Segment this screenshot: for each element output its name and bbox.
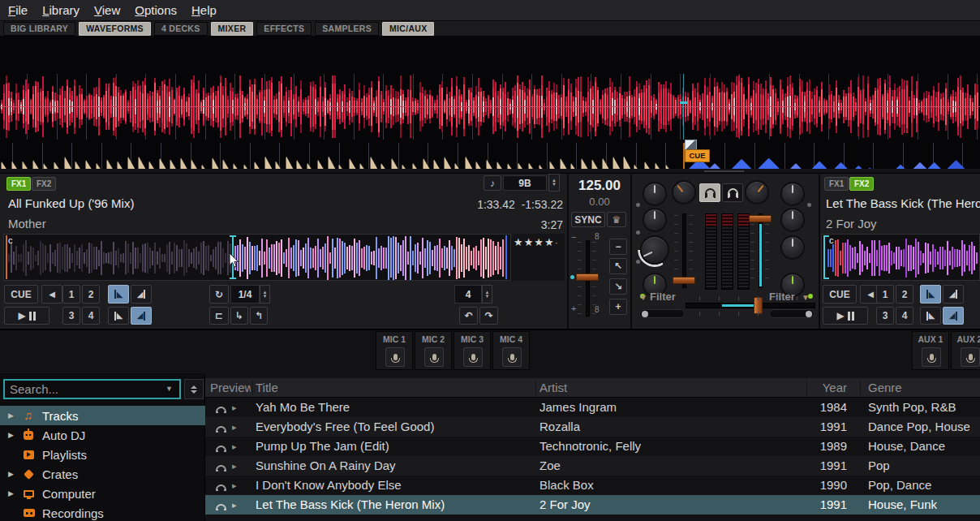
deck1-cue-button[interactable]: CUE (4, 285, 38, 304)
rate-temp-down-button[interactable]: − (609, 239, 627, 255)
rate-perm-down-button[interactable]: ↖ (609, 258, 627, 274)
deck1-loop-toggle[interactable]: ↻ (209, 285, 229, 304)
table-row-selected[interactable]: ▸ Let The Bass Kick (The Heron Mix) 2 Fo… (205, 495, 980, 515)
menu-options[interactable]: Options (135, 3, 177, 17)
filter-dropdown-icon[interactable]: ▼ (639, 293, 647, 302)
column-year[interactable]: Year (810, 378, 847, 398)
expand-arrow-icon[interactable]: ▶ (8, 470, 14, 478)
sidebar-item-tracks[interactable]: ▶ ♫ Tracks (0, 406, 205, 425)
deck1-overview-waveform[interactable]: c (3, 234, 511, 281)
menu-view[interactable]: View (94, 3, 120, 17)
deck2-overview-waveform[interactable]: c (821, 234, 980, 281)
deck2-headphone-cue-button[interactable] (722, 183, 743, 202)
mic2-talk-button[interactable] (424, 347, 444, 367)
preview-play-icon[interactable]: ▸ (232, 495, 237, 515)
deck1-loop-in-button[interactable]: ⊏ (209, 307, 229, 325)
preview-headphone-icon[interactable] (216, 480, 226, 491)
column-separator[interactable] (252, 381, 253, 395)
toggle-micaux[interactable]: MIC/AUX (382, 22, 434, 36)
toggle-effects[interactable]: EFFECTS (256, 22, 312, 36)
splitter-handle[interactable] (704, 170, 744, 172)
table-row[interactable]: ▸ Everybody's Free (To Feel Good) Rozall… (205, 417, 980, 437)
deck1-intro-end-button[interactable]: ◢ (131, 285, 152, 304)
rate-temp-up-button[interactable]: + (609, 299, 627, 315)
deck2-hotcue-4[interactable]: 4 (896, 307, 913, 325)
sidebar-item-autodj[interactable]: ▶ Auto DJ (0, 425, 205, 445)
menu-library[interactable]: Library (42, 3, 80, 17)
preview-play-icon[interactable]: ▸ (232, 437, 237, 456)
preview-headphone-icon[interactable] (216, 441, 226, 452)
table-row-partial[interactable] (205, 515, 980, 521)
deck1-beatjump-forward-button[interactable]: ↷ (479, 307, 498, 325)
deck1-volume-handle[interactable] (673, 277, 695, 284)
preview-play-icon[interactable]: ▸ (232, 476, 237, 495)
deck1-outro-end-button[interactable]: ◢ (131, 307, 152, 325)
deck2-hotcue-3[interactable]: 3 (876, 307, 894, 325)
filter-dropdown-icon[interactable]: ▼ (802, 293, 810, 302)
pitch-fader-handle[interactable] (576, 273, 599, 281)
preview-play-icon[interactable]: ▸ (232, 456, 237, 476)
toggle-mixer[interactable]: MIXER (211, 22, 254, 36)
deck1-play-button[interactable]: ▶ (4, 307, 49, 325)
deck1-scrolling-waveform[interactable] (0, 74, 980, 140)
column-genre[interactable]: Genre (868, 378, 978, 398)
column-preview[interactable]: Preview (210, 378, 251, 398)
preview-headphone-icon[interactable] (216, 421, 226, 433)
deck1-quickfx-label[interactable]: Filter (650, 291, 676, 303)
table-row[interactable]: ▸ I Don't Know Anybody Else Black Box 19… (205, 476, 980, 495)
column-separator[interactable] (535, 381, 536, 395)
sync-button[interactable]: SYNC (571, 212, 605, 227)
deck1-eq-high-knob[interactable] (643, 208, 667, 232)
deck2-intro-start-button[interactable]: ◣ (920, 285, 941, 304)
deck1-loop-size[interactable]: 1/4 (230, 285, 260, 304)
deck2-hotcue-1[interactable]: 1 (876, 285, 894, 304)
sidebar-item-playlists[interactable]: Playlists (0, 445, 205, 464)
deck2-cue-button[interactable]: CUE (823, 285, 857, 304)
toggle-waveforms[interactable]: WAVEFORMS (79, 22, 151, 36)
deck2-hotcue-2[interactable]: 2 (896, 285, 913, 304)
rating-stars[interactable]: ★★★★· (514, 236, 559, 248)
table-row[interactable]: ▸ Pump Up The Jam (Edit) Technotronic, F… (205, 437, 980, 456)
aux1-play-button[interactable] (922, 347, 941, 367)
deck1-hotcue-4[interactable]: 4 (82, 307, 100, 325)
rate-perm-up-button[interactable]: ↘ (609, 278, 627, 295)
preview-headphone-icon[interactable] (216, 460, 226, 471)
spin-down-icon[interactable]: ▼ (552, 183, 557, 187)
sidebar-item-recordings[interactable]: Recordings (0, 503, 205, 521)
menu-file[interactable]: File (8, 3, 28, 17)
deck2-outro-end-button[interactable]: ◢ (943, 307, 964, 325)
deck2-eq-high-knob[interactable] (780, 208, 805, 232)
deck2-volume-handle[interactable] (749, 215, 772, 222)
deck1-reloop-button[interactable]: ↰ (250, 307, 268, 325)
table-row[interactable]: ▸ Yah Mo Be There James Ingram 1984 Synt… (205, 398, 980, 417)
preview-play-icon[interactable]: ▸ (232, 417, 237, 437)
deck1-fx1-chip[interactable]: FX1 (6, 177, 31, 191)
deck1-eq-mid-knob[interactable] (640, 235, 669, 265)
toggle-samplers[interactable]: SAMPLERS (315, 22, 379, 36)
aux2-play-button[interactable] (961, 347, 980, 367)
deck2-fx2-chip[interactable]: FX2 (849, 177, 874, 191)
expand-arrow-icon[interactable]: ▶ (8, 431, 14, 439)
deck1-outro-start-button[interactable]: ◣ (108, 307, 129, 325)
deck1-loop-out-button[interactable]: ↳ (230, 307, 248, 325)
deck1-beatjump-size[interactable]: 4 (454, 285, 482, 304)
preview-play-icon[interactable]: ▸ (232, 398, 237, 417)
deck1-loop-size-spinner[interactable]: ▲▼ (260, 285, 270, 304)
toggle-big-library[interactable]: BIG LIBRARY (3, 22, 75, 36)
deck1-fx-toggle[interactable] (639, 309, 685, 318)
deck1-hotcue-2[interactable]: 2 (82, 285, 100, 304)
preview-headphone-icon[interactable] (216, 402, 226, 413)
preview-headphone-icon[interactable] (216, 499, 226, 510)
deck1-beatjump-spinner[interactable]: ▲▼ (482, 285, 492, 304)
menu-help[interactable]: Help (191, 3, 217, 17)
deck2-outro-start-button[interactable]: ◣ (920, 307, 941, 325)
key-note-icon[interactable]: ♪ (484, 175, 501, 191)
toggle-4decks[interactable]: 4 DECKS (154, 22, 208, 36)
deck2-intro-end-button[interactable]: ◢ (943, 285, 964, 304)
deck2-quickfx-label[interactable]: Filter (769, 291, 795, 303)
deck1-hotcue-3[interactable]: 3 (62, 307, 80, 325)
deck2-pregain-knob[interactable] (745, 180, 769, 205)
deck2-fx-toggle[interactable] (769, 309, 815, 318)
mic3-talk-button[interactable] (463, 347, 483, 367)
column-separator[interactable] (860, 381, 861, 395)
